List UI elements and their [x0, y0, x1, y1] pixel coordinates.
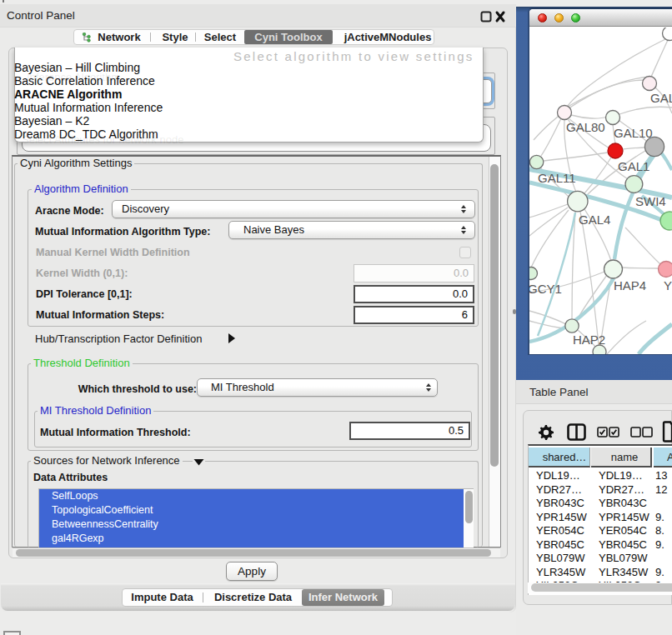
- svg-text:GCY1: GCY1: [529, 282, 562, 296]
- svg-text:GAL11: GAL11: [538, 171, 576, 185]
- svg-text:GAL1: GAL1: [618, 159, 649, 173]
- svg-text:HAP4: HAP4: [614, 278, 646, 292]
- svg-text:GAL10: GAL10: [614, 126, 653, 140]
- svg-text:HAP2: HAP2: [573, 332, 605, 347]
- svg-text:SWI4: SWI4: [635, 194, 666, 208]
- svg-text:GAL7: GAL7: [650, 91, 672, 105]
- svg-text:GAL80: GAL80: [566, 120, 605, 134]
- svg-text:GAL4: GAL4: [579, 212, 610, 227]
- svg-text:YP: YP: [664, 278, 672, 292]
